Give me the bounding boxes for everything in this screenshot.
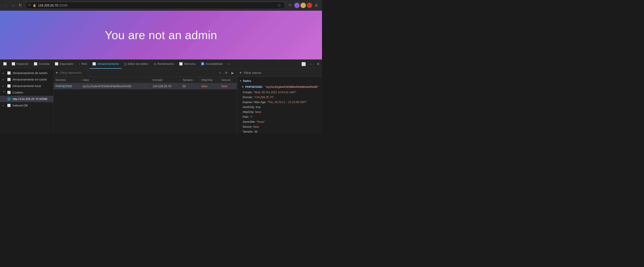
sidebar-item-cookies[interactable]: ▸ ⬜ Cookies: [0, 89, 54, 96]
add-cookie-button[interactable]: +: [217, 70, 223, 76]
detail-row-tamano: Tamaño: 39: [237, 129, 322, 134]
detail-row-secure: Secure: false: [237, 124, 322, 129]
avatar-gold[interactable]: [300, 3, 306, 8]
tab-editor-estilos-label: Editor de estilos: [128, 62, 148, 66]
main-panel: ▼ + ⟳ ▶ Nombre Valor Domain Tama: [54, 69, 237, 134]
detail-key-secure: Secure:: [242, 125, 252, 128]
tab-editor-estilos[interactable]: {} Editor de estilos: [122, 60, 151, 69]
detail-value-httponly: false: [255, 110, 261, 114]
filter-actions: + ⟳ ▶: [217, 70, 235, 76]
tab-almacenamiento[interactable]: ⬜ Almacenamiento: [90, 60, 122, 69]
address-bar[interactable]: 🛡 🔒 134.209.26.70:32088 ☆: [25, 2, 285, 9]
details-panel: ▼ Filtrar valores ▼ Datos ▼ PHPSESSID: "…: [237, 69, 322, 134]
phpsessid-section-header[interactable]: ▼ PHPSESSID: "eyJ1c2VybmFtZSI6ImFkbWluIn…: [237, 84, 322, 90]
back-button[interactable]: ←: [3, 2, 9, 8]
chevron-icon: ▸: [3, 104, 5, 107]
detail-value-creado: "Wed, 05 Oct 2022 10:53:41 GMT": [253, 91, 296, 94]
detail-row-samesite: SameSite: "None": [237, 120, 322, 124]
detail-value-domain: "134.209.26.70": [254, 96, 274, 99]
details-filter-icon: ▼: [239, 71, 242, 74]
shield-action-button[interactable]: 🛡: [287, 2, 294, 8]
devtools-more-button[interactable]: ···: [308, 61, 314, 67]
shield-icon: 🛡: [28, 4, 31, 7]
tab-memoria[interactable]: ⬜ Memoria: [176, 60, 198, 69]
avatar-red[interactable]: [307, 3, 312, 8]
tab-red[interactable]: ↕ Red: [76, 60, 90, 69]
indexed-db-label: Indexed DB: [12, 104, 28, 107]
detail-key-expires: Expires / Max-Age:: [242, 101, 266, 104]
memoria-icon: ⬜: [179, 62, 183, 66]
lock-icon: 🔒: [33, 4, 36, 7]
depurador-icon: ⬜: [55, 62, 58, 66]
detail-value-tamano: 39: [254, 130, 258, 133]
browser-chrome: ← → ↻ 🛡 🔒 134.209.26.70:32088 ☆ 🛡 ☰: [0, 0, 322, 11]
more-tabs-icon: »: [228, 62, 230, 66]
tab-depurador-label: Depurador: [60, 62, 73, 66]
menu-button[interactable]: ☰: [313, 2, 319, 8]
sidebar-item-cookies-url[interactable]: 🌐 http://134.209.26.70:32088: [0, 96, 54, 102]
tab-almacenamiento-label: Almacenamiento: [97, 62, 119, 66]
detail-value-hostonly: true: [256, 106, 261, 109]
detail-key-creado: Creado:: [242, 91, 252, 94]
cookies-table-container: Nombre Valor Domain Tamaño HttpOnly Secu…: [54, 77, 237, 134]
red-icon: ↕: [79, 62, 80, 66]
cache-storage-label: Almacenamiento en caché: [12, 78, 47, 81]
details-chevron-icon: ▼: [240, 80, 242, 82]
local-storage-label: Almacenamiento local: [12, 84, 41, 88]
phpsessid-label: PHPSESSID:: [245, 85, 263, 88]
tab-consola[interactable]: ⬜ Consola: [31, 60, 52, 69]
tab-accesibilidad[interactable]: ♿ Accesibilidad: [198, 60, 226, 69]
tab-red-label: Red: [82, 62, 87, 66]
reload-button[interactable]: ↻: [17, 2, 23, 8]
nav-buttons: ← → ↻: [3, 2, 23, 8]
bookmark-button[interactable]: ☆: [276, 2, 282, 8]
url-display: 134.209.26.70:32088: [38, 4, 274, 7]
th-domain: Domain: [151, 77, 180, 83]
table-row[interactable]: PHPSESSID eyJ1c2VybmFtZSI6ImFkbWluIn0%3D…: [54, 83, 237, 90]
detail-row-path: Path: "/": [237, 114, 322, 120]
cookies-table: Nombre Valor Domain Tamaño HttpOnly Secu…: [54, 77, 237, 90]
sidebar-item-cache-storage[interactable]: ▸ ⬜ Almacenamiento en caché: [0, 76, 54, 83]
tab-inspector-label: Inspector: [16, 62, 28, 66]
forward-button[interactable]: →: [10, 2, 16, 8]
cookies-icon: ⬜: [7, 91, 11, 94]
cell-tamano: 39: [181, 83, 200, 90]
filter-icon: ▼: [56, 71, 58, 74]
detail-value-secure: false: [253, 125, 259, 128]
details-filter-bar: ▼ Filtrar valores: [237, 69, 322, 77]
detail-value-path: "/": [250, 116, 253, 118]
tab-memoria-label: Memoria: [184, 62, 196, 66]
detail-key-httponly: HttpOnly:: [242, 110, 254, 114]
detail-key-domain: Domain:: [242, 96, 253, 99]
devtools-panel: ⬜ ⬜ Inspector ⬜ Consola ⬜ Depurador ↕ Re…: [0, 60, 322, 134]
sidebar-item-indexed-db[interactable]: ▸ ⬜ Indexed DB: [0, 102, 54, 109]
editor-estilos-icon: {}: [124, 62, 126, 66]
detail-key-hostonly: HostOnly:: [242, 106, 255, 109]
storage-sidebar: ▸ ⬜ Almacenamiento de sesión ▸ ⬜ Almacen…: [0, 69, 54, 134]
details-section-label: Datos: [243, 79, 251, 82]
phpsessid-value: "eyJ1c2VybmFtZSI6ImFkbWluIn0%3D": [265, 85, 319, 88]
details-section-header[interactable]: ▼ Datos: [237, 78, 322, 84]
tab-depurador[interactable]: ⬜ Depurador: [52, 60, 76, 69]
almacenamiento-icon: ⬜: [92, 62, 96, 66]
tab-more[interactable]: »: [225, 60, 232, 69]
url-host: 134.209.26.70: [38, 4, 58, 7]
refresh-button[interactable]: ⟳: [224, 70, 229, 76]
chevron-icon: ▸: [3, 72, 5, 74]
page-content: You are not an admin: [0, 11, 322, 60]
tab-inspect-element[interactable]: ⬜: [1, 60, 9, 69]
chevron-expanded-icon: ▸: [3, 91, 5, 94]
dock-button[interactable]: ⬜: [300, 61, 307, 67]
tab-inspector[interactable]: ⬜ Inspector: [9, 60, 31, 69]
storage-icon: ⬜: [7, 71, 11, 75]
tab-rendimiento[interactable]: ◎ Rendimiento: [151, 60, 176, 69]
close-devtools-button[interactable]: ✕: [315, 61, 321, 67]
cell-secure: false: [220, 83, 237, 90]
sidebar-item-session-storage[interactable]: ▸ ⬜ Almacenamiento de sesión: [0, 70, 54, 76]
th-httponly: HttpOnly: [200, 77, 220, 83]
play-button[interactable]: ▶: [230, 70, 235, 76]
filter-input[interactable]: [60, 71, 216, 74]
avatar-purple[interactable]: [294, 3, 300, 8]
details-filter-label: Filtrar valores: [244, 71, 262, 74]
sidebar-item-local-storage[interactable]: ▸ ⬜ Almacenamiento local: [0, 83, 54, 89]
